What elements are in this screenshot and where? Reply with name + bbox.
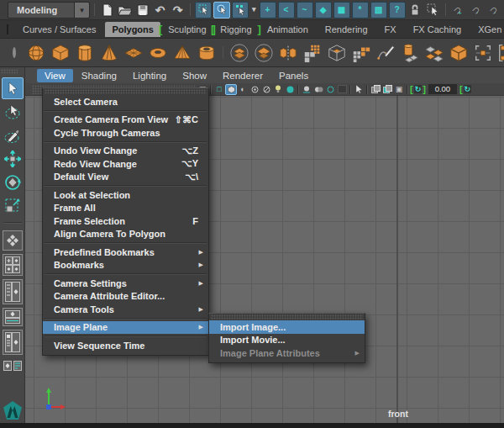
paint-select-tool-button[interactable]: [2, 124, 24, 146]
menu-item-frame-selection[interactable]: Frame SelectionF: [43, 214, 208, 228]
snap-to-grid-button[interactable]: ∩+: [450, 2, 466, 18]
menu-tearoff-handle[interactable]: [211, 314, 363, 320]
camera-value-field[interactable]: 0.00: [428, 84, 457, 94]
poly-torus-button[interactable]: [147, 42, 169, 64]
menu-tearoff-handle[interactable]: [45, 89, 207, 94]
menu-item-select-camera[interactable]: Select Camera: [43, 95, 208, 108]
open-scene-button[interactable]: [117, 2, 133, 18]
clipped-camera-icon[interactable]: [↻: [459, 84, 471, 94]
isolate-select-icon[interactable]: [370, 84, 381, 95]
shadow-ground-icon[interactable]: [301, 84, 312, 95]
panel-menu-show[interactable]: Show: [175, 69, 214, 82]
menu-item-look-at-selection[interactable]: Look at Selection: [43, 188, 208, 202]
smooth-mesh-button[interactable]: [228, 42, 250, 64]
panel-menu-view[interactable]: View: [37, 69, 73, 82]
shaded-mode-icon[interactable]: [225, 84, 237, 95]
snap-move-tool-button[interactable]: +: [260, 2, 276, 18]
tab-fx[interactable]: FX: [377, 22, 404, 37]
menu-item-create-camera-from-view[interactable]: Create Camera From View⇧⌘C: [43, 114, 208, 127]
wireframe-cube-button[interactable]: [326, 42, 348, 64]
snap-to-point-button[interactable]: ∩·: [486, 2, 501, 18]
select-object-mode-button[interactable]: [195, 2, 212, 18]
snap-mesh-tool-button[interactable]: *: [352, 2, 369, 18]
select-component-mode-button[interactable]: [232, 2, 249, 18]
layout-outliner-persp-button[interactable]: [3, 330, 23, 355]
menu-item-view-sequence-time[interactable]: View Sequence Time: [43, 339, 208, 352]
motion-blur-icon[interactable]: [324, 84, 336, 95]
use-all-lights-icon[interactable]: [249, 84, 260, 95]
menu-item-undo-view-change[interactable]: Undo View Change⌥Z: [43, 145, 208, 158]
tab-polygons[interactable]: Polygons: [105, 22, 160, 37]
panel-menu-shading[interactable]: Shading: [74, 69, 124, 82]
layout-outliner-pane-button[interactable]: [3, 279, 23, 304]
quad-patch-button[interactable]: [302, 42, 323, 64]
occlusion-ball-icon[interactable]: [284, 84, 296, 95]
paint-effects-cursor-icon[interactable]: [353, 84, 365, 95]
menu-item-redo-view-change[interactable]: Redo View Change⌥Y: [43, 157, 208, 171]
poly-cone-button[interactable]: [98, 42, 120, 64]
cube-project-button[interactable]: [448, 42, 470, 64]
chevron-down-icon[interactable]: ▾: [74, 3, 89, 18]
tab-animation[interactable]: Animation: [260, 22, 316, 37]
tumble-camera-icon[interactable]: [↻]: [410, 84, 426, 94]
exposure-box-icon[interactable]: [336, 84, 348, 95]
bridge-button[interactable]: [496, 42, 504, 64]
poly-sphere-button[interactable]: [25, 42, 47, 64]
menu-item-image-plane[interactable]: Image Plane▶: [43, 321, 208, 335]
shadows-icon[interactable]: [260, 84, 272, 95]
ao-balls-icon[interactable]: [312, 84, 324, 95]
snap-texture-tool-button[interactable]: ▧: [370, 2, 387, 18]
poly-cube-button[interactable]: [50, 42, 71, 64]
menu-item-align-camera-to-polygon[interactable]: Align Camera To Polygon: [43, 228, 208, 241]
snap-component-tool-button[interactable]: ◆: [315, 2, 332, 18]
isolate-add-icon[interactable]: [381, 84, 393, 95]
lock-selection-button[interactable]: [407, 2, 423, 18]
panel-menu-panels[interactable]: Panels: [271, 69, 316, 82]
rotate-tool-button[interactable]: [2, 172, 24, 193]
layout-single-pane-button[interactable]: [3, 230, 23, 251]
smooth-preview-button[interactable]: [253, 42, 275, 64]
poly-pipe-button[interactable]: [196, 42, 218, 64]
snap-to-curve-button[interactable]: ∩·: [468, 2, 484, 18]
menu-item-camera-attribute-editor[interactable]: Camera Attribute Editor...: [43, 290, 208, 304]
mirror-button[interactable]: [277, 42, 299, 64]
redo-button[interactable]: ↷: [170, 2, 186, 18]
snap-curve-tool-button[interactable]: ~: [297, 2, 313, 18]
new-scene-button[interactable]: [99, 2, 115, 18]
tab-xgen[interactable]: XGen: [470, 22, 504, 37]
select-tool-button[interactable]: [2, 77, 24, 99]
menu-item-import-image[interactable]: Import Image...: [209, 320, 365, 334]
help-button[interactable]: ?: [389, 2, 406, 18]
snap-angle-tool-button[interactable]: <: [278, 2, 295, 18]
menu-item-bookmarks[interactable]: Bookmarks▶: [43, 259, 208, 272]
highlight-selection-button[interactable]: [425, 2, 441, 18]
poly-pyramid-button[interactable]: [171, 42, 193, 64]
poly-cylinder-button[interactable]: [74, 42, 96, 64]
poly-plane-button[interactable]: [123, 42, 144, 64]
layout-persp-graph-button[interactable]: [3, 308, 23, 326]
tab-rigging[interactable]: Rigging: [213, 22, 259, 37]
tab-curves-surfaces[interactable]: Curves / Surfaces: [15, 22, 103, 37]
lasso-tool-button[interactable]: [2, 101, 24, 123]
undo-button[interactable]: ↶: [152, 2, 168, 18]
panel-menu-lighting[interactable]: Lighting: [125, 69, 174, 82]
menu-item-frame-all[interactable]: Frame All: [43, 202, 208, 215]
select-hierarchy-mode-button[interactable]: [213, 2, 230, 18]
menu-item-camera-tools[interactable]: Camera Tools▶: [43, 303, 208, 316]
layout-extra-buttons[interactable]: [3, 358, 23, 373]
flatten-button[interactable]: [423, 42, 445, 64]
scale-tool-button[interactable]: [2, 195, 24, 217]
menu-item-predefined-bookmarks[interactable]: Predefined Bookmarks▶: [43, 246, 208, 259]
light-icon[interactable]: [272, 84, 284, 95]
move-tool-button[interactable]: [2, 148, 24, 170]
layout-four-pane-button[interactable]: [3, 254, 23, 276]
chevron-down-icon[interactable]: ▾: [252, 6, 256, 13]
tab-sculpting[interactable]: Sculpting: [160, 22, 213, 37]
snap-uv-tool-button[interactable]: ▦: [333, 2, 350, 18]
multi-cut-button[interactable]: [375, 42, 396, 64]
shelf-options-icon[interactable]: [13, 47, 16, 58]
fill-hole-button[interactable]: [350, 42, 372, 64]
menu-item-cycle-through-cameras[interactable]: Cycle Through Cameras: [43, 126, 208, 140]
shelf-menu-icon[interactable]: [7, 24, 8, 34]
extrude-button[interactable]: [399, 42, 421, 64]
